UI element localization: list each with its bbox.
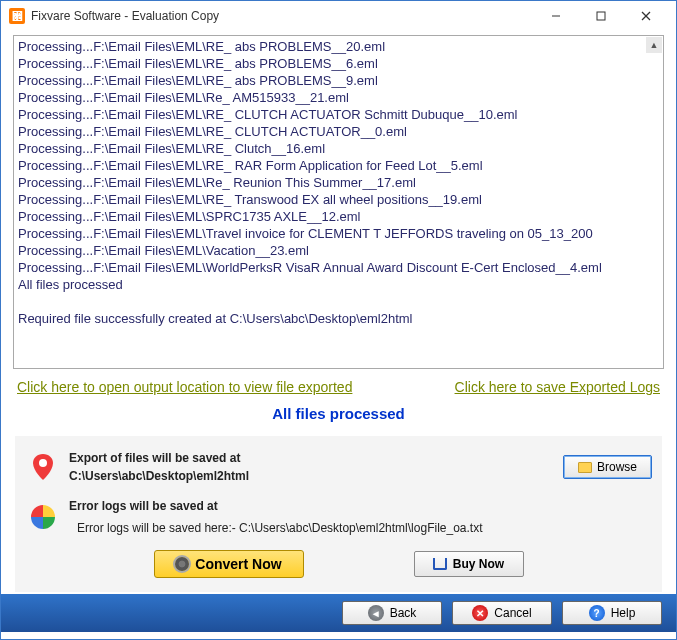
log-line: Processing...F:\Email Files\EML\RE_ abs … (18, 72, 659, 89)
scroll-up-icon[interactable]: ▲ (646, 37, 662, 53)
svg-point-4 (39, 459, 47, 467)
app-icon: ⵮ (9, 8, 25, 24)
log-line: Processing...F:\Email Files\EML\RE_ Tran… (18, 191, 659, 208)
svg-rect-1 (597, 12, 605, 20)
log-line: Processing...F:\Email Files\EML\RE_ CLUT… (18, 106, 659, 123)
error-log-path: Error logs will be saved here:- C:\Users… (69, 520, 644, 536)
buy-label: Buy Now (453, 557, 504, 571)
log-line: Processing...F:\Email Files\EML\RE_ CLUT… (18, 123, 659, 140)
log-line: Processing...F:\Email Files\EML\RE_ abs … (18, 55, 659, 72)
bottom-bar: ◄ Back ✕ Cancel ? Help (1, 594, 676, 632)
window-title: Fixvare Software - Evaluation Copy (31, 9, 533, 23)
log-line: Processing...F:\Email Files\EML\Re_ AM51… (18, 89, 659, 106)
maximize-icon (596, 11, 606, 21)
log-line: All files processed (18, 276, 659, 293)
buy-now-button[interactable]: Buy Now (414, 551, 524, 577)
close-button[interactable] (623, 2, 668, 30)
log-line: Required file successfully created at C:… (18, 310, 659, 327)
log-line: Processing...F:\Email Files\EML\Re_ Reun… (18, 174, 659, 191)
error-log-label: Error logs will be saved at (69, 499, 218, 513)
log-line: Processing...F:\Email Files\EML\Travel i… (18, 225, 659, 242)
log-line: Processing...F:\Email Files\EML\RE_ abs … (18, 38, 659, 55)
cancel-label: Cancel (494, 606, 531, 620)
maximize-button[interactable] (578, 2, 623, 30)
convert-label: Convert Now (195, 556, 281, 572)
processing-log[interactable]: Processing...F:\Email Files\EML\RE_ abs … (13, 35, 664, 369)
log-line: Processing...F:\Email Files\EML\RE_ RAR … (18, 157, 659, 174)
convert-now-button[interactable]: Convert Now (154, 550, 304, 578)
export-label: Export of files will be saved at (69, 451, 240, 465)
folder-icon (578, 462, 592, 473)
save-logs-link[interactable]: Click here to save Exported Logs (455, 379, 660, 395)
titlebar: ⵮ Fixvare Software - Evaluation Copy (1, 1, 676, 31)
log-line: Processing...F:\Email Files\EML\RE_ Clut… (18, 140, 659, 157)
back-button[interactable]: ◄ Back (342, 601, 442, 625)
back-label: Back (390, 606, 417, 620)
cancel-button[interactable]: ✕ Cancel (452, 601, 552, 625)
help-button[interactable]: ? Help (562, 601, 662, 625)
minimize-icon (551, 11, 561, 21)
browse-label: Browse (597, 460, 637, 474)
cart-icon (433, 558, 447, 570)
back-arrow-icon: ◄ (368, 605, 384, 621)
location-pin-icon (25, 453, 61, 481)
output-panel: Export of files will be saved at C:\User… (15, 436, 662, 592)
log-line: Processing...F:\Email Files\EML\SPRC1735… (18, 208, 659, 225)
export-path: C:\Users\abc\Desktop\eml2html (69, 468, 555, 484)
browse-button[interactable]: Browse (563, 455, 652, 479)
log-line (18, 293, 659, 310)
status-message: All files processed (13, 399, 664, 436)
gear-icon (175, 557, 189, 571)
pie-chart-icon (25, 504, 61, 530)
cancel-x-icon: ✕ (472, 605, 488, 621)
log-line: Processing...F:\Email Files\EML\Vacation… (18, 242, 659, 259)
help-question-icon: ? (589, 605, 605, 621)
minimize-button[interactable] (533, 2, 578, 30)
help-label: Help (611, 606, 636, 620)
log-line: Processing...F:\Email Files\EML\WorldPer… (18, 259, 659, 276)
close-icon (641, 11, 651, 21)
open-output-link[interactable]: Click here to open output location to vi… (17, 379, 352, 395)
links-row: Click here to open output location to vi… (13, 369, 664, 399)
